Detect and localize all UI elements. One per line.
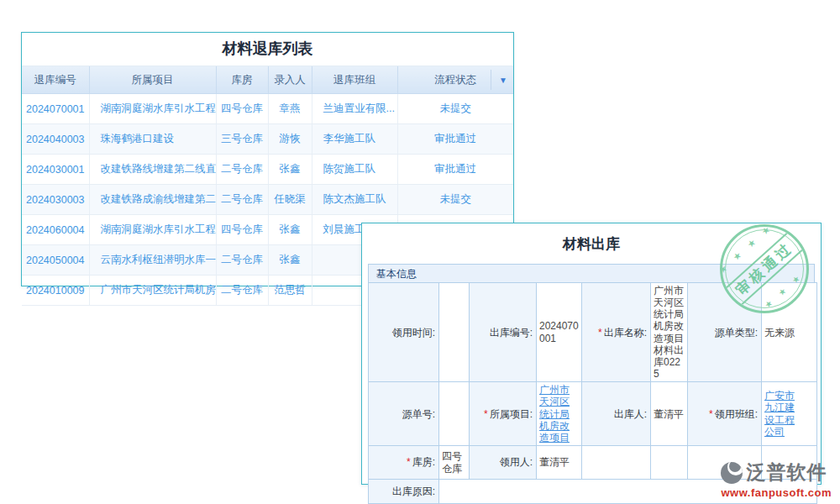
- cell-return-id[interactable]: 2024050004: [22, 245, 89, 276]
- project-label: *所属项目:: [470, 382, 537, 446]
- cell-project: 改建铁路线增建第二线直...: [89, 155, 216, 185]
- reason-label: 出库原因:: [369, 480, 439, 504]
- cell-return-id[interactable]: 2024030003: [22, 185, 89, 215]
- empty-cell: [651, 446, 688, 480]
- cell-entry-by: 任晓渠: [268, 185, 312, 215]
- cell-team: 兰迪置业有限...: [312, 94, 397, 124]
- required-asterisk: *: [407, 456, 411, 468]
- cell-entry-by: 张鑫: [268, 215, 312, 245]
- cell-project: 珠海鹤港口建设: [89, 124, 216, 155]
- outbound-person-value: 董清平: [651, 382, 688, 446]
- col-header-project: 所属项目: [89, 66, 216, 94]
- warehouse-label: *库房:: [369, 446, 439, 480]
- status-filter-dropdown-icon[interactable]: ▼: [499, 76, 507, 85]
- usage-person-value: 董清平: [537, 446, 582, 480]
- usage-team-label: *领用班组:: [688, 382, 762, 446]
- usage-time-value[interactable]: [439, 283, 470, 382]
- table-row[interactable]: 2024070001 湖南洞庭湖水库引水工程... 四号仓库 章燕 兰迪置业有限…: [22, 94, 513, 124]
- cell-return-id[interactable]: 2024040003: [22, 124, 89, 155]
- col-header-warehouse: 库房: [216, 66, 268, 94]
- cell-status: 审批通过: [397, 155, 513, 185]
- cell-status: 审批通过: [397, 124, 513, 155]
- project-link[interactable]: 广州市天河区统计局机房改造项目: [539, 384, 570, 444]
- cell-warehouse: 二号仓库: [216, 276, 268, 306]
- header-divider: [491, 70, 491, 90]
- col-header-entry-by: 录入人: [268, 66, 312, 94]
- cell-project: 广州市天河区统计局机房...: [89, 276, 216, 306]
- empty-cell: [582, 446, 651, 480]
- required-asterisk: *: [484, 408, 488, 420]
- source-type-value: 无来源: [762, 283, 817, 382]
- outbound-no-value: 2024070001: [537, 283, 582, 382]
- col-header-return-id: 退库编号: [22, 66, 89, 94]
- vendor-url: www.fanpusoft.com: [721, 486, 832, 499]
- cell-warehouse: 四号仓库: [216, 94, 268, 124]
- cell-team: 李华施工队: [312, 124, 397, 155]
- cell-project: 湖南洞庭湖水库引水工程...: [89, 94, 216, 124]
- cell-warehouse: 三号仓库: [216, 124, 268, 155]
- usage-team-value: 广安市九江建设工程公司: [762, 382, 817, 446]
- cell-return-id[interactable]: 2024010009: [22, 276, 89, 306]
- cell-entry-by: 范思哲: [268, 276, 312, 306]
- required-asterisk: *: [709, 408, 713, 420]
- table-row[interactable]: 2024040003 珠海鹤港口建设 三号仓库 游恢 李华施工队 审批通过: [22, 124, 513, 155]
- source-no-value: [439, 382, 470, 446]
- outbound-form-title: 材料出库: [362, 223, 821, 264]
- cell-entry-by: 张鑫: [268, 155, 312, 185]
- usage-time-label: 领用时间:: [369, 283, 439, 382]
- cell-warehouse: 二号仓库: [216, 155, 268, 185]
- outbound-name-label: *出库名称:: [582, 283, 651, 382]
- status-header-label: 流程状态: [434, 74, 476, 86]
- table-header-row: 退库编号 所属项目 库房 录入人 退库班组 流程状态 ▼: [22, 66, 513, 94]
- required-asterisk: *: [598, 327, 602, 339]
- return-list-title: 材料退库列表: [22, 33, 513, 66]
- outbound-form-panel: 材料出库 基本信息 领用时间: 出库编号: 2024070001 *出库名称: …: [361, 223, 822, 485]
- basic-info-section-header: 基本信息: [368, 264, 815, 283]
- cell-team: 陈文杰施工队: [312, 185, 397, 215]
- col-header-status: 流程状态 ▼: [397, 66, 513, 94]
- cell-return-id[interactable]: 2024060004: [22, 215, 89, 245]
- vendor-logo-icon: [721, 462, 743, 484]
- cell-project: 改建铁路成渝线增建第二...: [89, 185, 216, 215]
- cell-warehouse: 二号仓库: [216, 245, 268, 276]
- col-header-team: 退库班组: [312, 66, 397, 94]
- cell-team: 陈贺施工队: [312, 155, 397, 185]
- cell-entry-by: 张鑫: [268, 245, 312, 276]
- outbound-name-value[interactable]: 广州市天河区统计局机房改造项目材料出库0225: [651, 283, 688, 382]
- cell-return-id[interactable]: 2024030001: [22, 155, 89, 185]
- cell-warehouse: 四号仓库: [216, 215, 268, 245]
- outbound-person-label: 出库人:: [582, 382, 651, 446]
- usage-team-link[interactable]: 广安市九江建设工程公司: [764, 390, 798, 438]
- source-type-label: 源单类型:: [688, 283, 762, 382]
- cell-project: 湖南洞庭湖水库引水工程...: [89, 215, 216, 245]
- usage-person-label: 领用人:: [470, 446, 537, 480]
- cell-entry-by: 章燕: [268, 94, 312, 124]
- warehouse-value[interactable]: 四号仓库: [439, 446, 470, 480]
- table-row[interactable]: 2024030001 改建铁路线增建第二线直... 二号仓库 张鑫 陈贺施工队 …: [22, 155, 513, 185]
- cell-warehouse: 二号仓库: [216, 185, 268, 215]
- source-no-label: 源单号:: [369, 382, 439, 446]
- cell-return-id[interactable]: 2024070001: [22, 94, 89, 124]
- cell-entry-by: 游恢: [268, 124, 312, 155]
- cell-project: 云南水利枢纽潜明水库一...: [89, 245, 216, 276]
- vendor-logo: 泛普软件 www.fanpusoft.com: [721, 459, 832, 499]
- cell-status: 未提交: [397, 94, 513, 124]
- table-row[interactable]: 2024030003 改建铁路成渝线增建第二... 二号仓库 任晓渠 陈文杰施工…: [22, 185, 513, 215]
- project-value: 广州市天河区统计局机房改造项目: [537, 382, 582, 446]
- cell-status: 未提交: [397, 185, 513, 215]
- vendor-name: 泛普软件: [746, 459, 827, 486]
- outbound-no-label: 出库编号:: [470, 283, 537, 382]
